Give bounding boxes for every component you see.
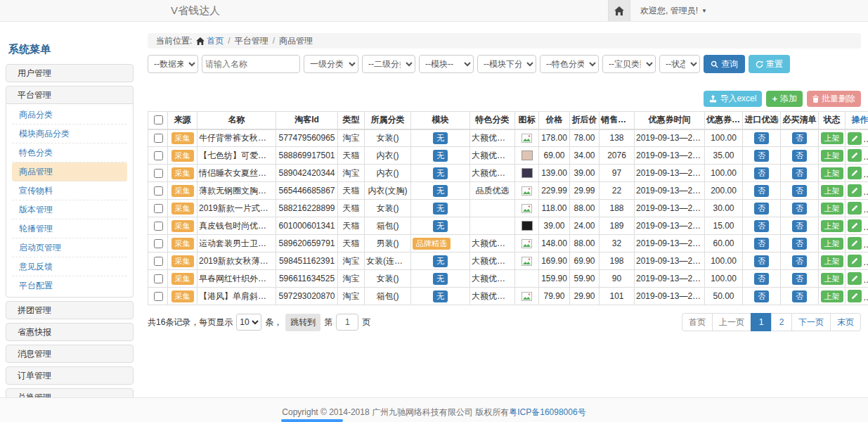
- per-page-select[interactable]: 10: [236, 314, 261, 331]
- page-button[interactable]: 末页: [830, 313, 861, 331]
- row-checkbox[interactable]: [154, 204, 163, 213]
- must-buy-badge[interactable]: 否: [792, 203, 807, 215]
- import-select-badge[interactable]: 否: [754, 255, 769, 267]
- sidebar-subitem[interactable]: 宣传物料: [12, 181, 127, 200]
- edit-button[interactable]: [848, 132, 862, 145]
- edit-button[interactable]: [848, 184, 862, 197]
- row-checkbox[interactable]: [154, 169, 163, 178]
- status-badge[interactable]: 上架: [821, 203, 843, 215]
- row-checkbox[interactable]: [154, 239, 163, 248]
- import-select-badge[interactable]: 否: [754, 273, 769, 285]
- must-buy-badge[interactable]: 否: [792, 167, 807, 179]
- jump-button[interactable]: 跳转到: [285, 314, 320, 331]
- sidebar-group-header[interactable]: 消息管理: [6, 345, 134, 363]
- sidebar-subitem[interactable]: 启动页管理: [12, 238, 127, 257]
- import-select-badge[interactable]: 否: [754, 185, 769, 197]
- sidebar-subitem-active[interactable]: 商品管理: [12, 162, 127, 181]
- status-badge[interactable]: 上架: [821, 238, 843, 250]
- row-checkbox[interactable]: [154, 186, 163, 196]
- import-select-badge[interactable]: 否: [754, 238, 769, 250]
- edit-button[interactable]: [848, 255, 862, 267]
- page-button[interactable]: 首页: [682, 313, 713, 331]
- edit-button[interactable]: [848, 290, 862, 302]
- caret-down-icon: ▼: [701, 8, 707, 14]
- page-current[interactable]: 1: [751, 313, 772, 331]
- home-button[interactable]: [608, 0, 630, 21]
- product-category: 女装(): [365, 129, 411, 147]
- sidebar-subitem[interactable]: 轮播管理: [12, 219, 127, 238]
- user-menu[interactable]: 欢迎您, 管理员! ▼: [640, 5, 707, 17]
- sidebar-group-header[interactable]: 订单管理: [6, 366, 134, 385]
- row-checkbox[interactable]: [154, 274, 163, 283]
- status-badge[interactable]: 上架: [821, 150, 843, 162]
- breadcrumb-item[interactable]: 平台管理: [235, 35, 268, 47]
- row-checkbox[interactable]: [154, 292, 163, 301]
- level1-category-select[interactable]: 一级分类: [304, 55, 358, 73]
- status-badge[interactable]: 上架: [821, 273, 843, 285]
- must-buy-badge[interactable]: 否: [792, 273, 807, 285]
- sidebar-subitem[interactable]: 版本管理: [12, 200, 127, 219]
- must-buy-badge[interactable]: 否: [792, 255, 807, 267]
- row-checkbox[interactable]: [154, 134, 163, 143]
- must-buy-badge[interactable]: 否: [792, 150, 807, 162]
- import-select-badge[interactable]: 否: [754, 132, 769, 144]
- sidebar-subitem[interactable]: 模块商品分类: [12, 124, 127, 143]
- coupon-amount: 15.00: [705, 217, 743, 235]
- import-select-badge[interactable]: 否: [754, 167, 769, 179]
- edit-button[interactable]: [848, 237, 862, 250]
- module-subcategory-select[interactable]: --模块下分类--: [477, 55, 536, 73]
- page-button[interactable]: 下一页: [791, 313, 831, 331]
- sidebar-subitem[interactable]: 意见反馈: [12, 257, 127, 276]
- import-excel-button[interactable]: 导入excel: [704, 91, 762, 107]
- sidebar-group-header[interactable]: 拼团管理: [6, 301, 134, 319]
- search-button[interactable]: 查询: [704, 55, 745, 73]
- import-select-badge[interactable]: 否: [754, 220, 769, 232]
- item-type-select[interactable]: --宝贝类型--: [602, 55, 656, 73]
- status-badge[interactable]: 上架: [821, 167, 843, 179]
- source-filter-select[interactable]: --数据来源--: [148, 55, 198, 73]
- source-badge: 采集: [171, 220, 194, 232]
- level2-category-select[interactable]: --二级分类--: [362, 55, 415, 73]
- sidebar-group-header[interactable]: 省惠快报: [6, 323, 134, 341]
- must-buy-badge[interactable]: 否: [792, 220, 807, 232]
- status-badge[interactable]: 上架: [821, 290, 843, 302]
- import-select-badge[interactable]: 否: [754, 150, 769, 162]
- icp-link[interactable]: 粤ICP备16098006号: [509, 407, 585, 417]
- row-checkbox[interactable]: [154, 151, 163, 160]
- add-button[interactable]: + 添加: [766, 91, 803, 107]
- edit-button[interactable]: [848, 219, 862, 232]
- must-buy-badge[interactable]: 否: [792, 132, 807, 144]
- sidebar-group-header[interactable]: 用户管理: [6, 64, 134, 82]
- sidebar-subitem[interactable]: 平台配置: [12, 276, 127, 295]
- module-select[interactable]: --模块--: [419, 55, 474, 73]
- status-badge[interactable]: 上架: [821, 255, 843, 267]
- sidebar-group-header[interactable]: 平台管理: [6, 86, 134, 104]
- edit-button[interactable]: [848, 149, 862, 162]
- status-badge[interactable]: 上架: [821, 132, 843, 144]
- page-button[interactable]: 上一页: [712, 313, 751, 331]
- page-button[interactable]: 2: [771, 313, 792, 331]
- import-select-badge[interactable]: 否: [754, 290, 769, 302]
- batch-delete-button[interactable]: 批量删除: [807, 91, 861, 107]
- edit-button[interactable]: [848, 167, 862, 179]
- row-checkbox[interactable]: [154, 257, 163, 266]
- import-select-badge[interactable]: 否: [754, 203, 769, 215]
- status-badge[interactable]: 上架: [821, 220, 843, 232]
- feature-category-select[interactable]: --特色分类--: [540, 55, 599, 73]
- status-select[interactable]: --状态--: [659, 55, 700, 73]
- edit-button[interactable]: [848, 272, 862, 285]
- must-buy-badge[interactable]: 否: [792, 290, 807, 302]
- sidebar-subitem[interactable]: 特色分类: [12, 143, 127, 162]
- must-buy-badge[interactable]: 否: [792, 238, 807, 250]
- horizontal-scrollbar-thumb[interactable]: [281, 419, 343, 422]
- breadcrumb-home-link[interactable]: 首页: [196, 35, 224, 47]
- sidebar-subitem[interactable]: 商品分类: [12, 106, 127, 124]
- name-search-input[interactable]: [202, 55, 300, 73]
- status-badge[interactable]: 上架: [821, 185, 843, 197]
- select-all-checkbox[interactable]: [154, 115, 163, 124]
- page-number-input[interactable]: [336, 314, 358, 331]
- must-buy-badge[interactable]: 否: [792, 185, 807, 197]
- reset-button[interactable]: 重置: [749, 55, 790, 73]
- edit-button[interactable]: [848, 202, 862, 215]
- row-checkbox[interactable]: [154, 222, 163, 231]
